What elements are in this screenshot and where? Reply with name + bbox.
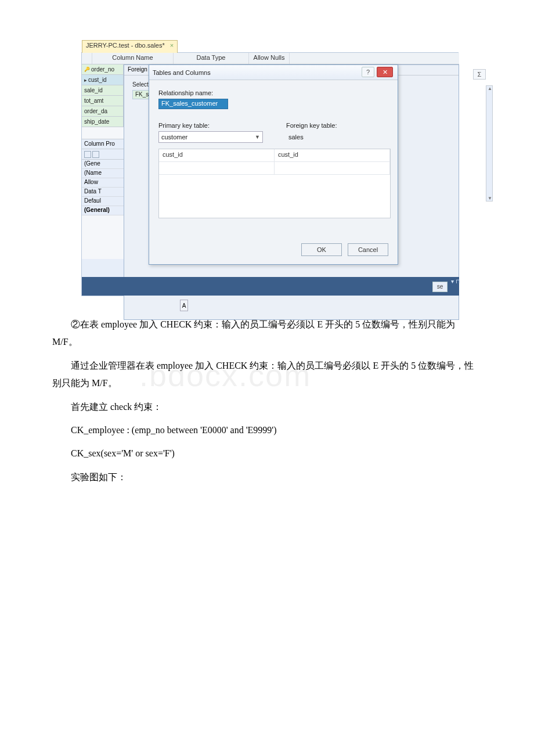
column-properties-title: Column Pro: [82, 139, 124, 149]
pin-icon[interactable]: ▾ ⊓: [451, 278, 460, 285]
table-row[interactable]: [159, 162, 390, 175]
paragraph: CK_employee : (emp_no between 'E0000' an…: [52, 422, 482, 439]
prop-row: Defaul: [82, 197, 124, 206]
table-row[interactable]: tot_amt: [82, 96, 124, 106]
alphabetical-icon[interactable]: [92, 151, 99, 158]
paragraph: 首先建立 check 约束：: [52, 398, 482, 416]
pk-table-value: customer: [161, 134, 187, 141]
pk-column-cell[interactable]: cust_id: [159, 149, 275, 161]
dialog-title: Tables and Columns: [153, 69, 211, 76]
help-icon[interactable]: ?: [362, 67, 374, 77]
tables-and-columns-dialog: Tables and Columns ? ✕ Relationship name…: [149, 64, 398, 265]
fk-column-cell[interactable]: [275, 162, 390, 174]
table-row[interactable]: sale_id: [82, 85, 124, 96]
close-icon[interactable]: ✕: [377, 67, 393, 77]
sigma-icon[interactable]: Σ: [473, 69, 486, 80]
table-row[interactable]: order_da: [82, 106, 124, 117]
prop-row: (Gene: [82, 160, 124, 169]
prop-row: Data T: [82, 188, 124, 197]
fk-table-value: sales: [286, 131, 391, 143]
table-row[interactable]: ship_date: [82, 117, 124, 127]
fk-table-label: Foreign key table:: [286, 122, 391, 129]
column-rows: order_no cust_id sale_id tot_amt order_d…: [82, 64, 124, 127]
table-row[interactable]: cust_id cust_id: [159, 149, 390, 162]
data-type-header: Data Type: [174, 53, 249, 64]
prop-row: (Name: [82, 169, 124, 178]
close-icon[interactable]: ×: [170, 42, 174, 49]
scrollbar[interactable]: [486, 85, 493, 201]
tab-title: JERRY-PC.test - dbo.sales*: [86, 42, 165, 49]
table-row[interactable]: cust_id: [82, 75, 124, 85]
relationship-name-label: Relationship name:: [158, 89, 388, 96]
status-fragment: se: [432, 282, 448, 292]
prop-row: (General): [82, 206, 124, 215]
dialog-title-bar: Tables and Columns ? ✕: [149, 65, 398, 80]
properties-toolbar: [82, 149, 124, 160]
fk-column-cell[interactable]: cust_id: [275, 149, 390, 161]
prop-row: Allow: [82, 178, 124, 188]
status-bar: se ▾ ⊓: [82, 277, 459, 296]
pk-table-label: Primary key table:: [158, 122, 263, 129]
document-tab[interactable]: JERRY-PC.test - dbo.sales* ×: [82, 40, 178, 53]
allow-nulls-header: Allow Nulls: [249, 53, 290, 64]
relationship-name-input[interactable]: FK_sales_customer: [158, 99, 228, 109]
pk-table-select[interactable]: customer ▼: [158, 131, 263, 143]
ok-button[interactable]: OK: [301, 243, 342, 256]
ssms-screenshot: JERRY-PC.test - dbo.sales* × Column Name…: [81, 52, 459, 296]
table-row[interactable]: order_no: [82, 64, 124, 75]
cancel-button[interactable]: Cancel: [348, 243, 388, 256]
paragraph: ②在表 employee 加入 CHECK 约束：输入的员工编号必须以 E 开头…: [52, 316, 482, 351]
chevron-down-icon: ▼: [255, 134, 260, 140]
columns-grid[interactable]: cust_id cust_id: [158, 149, 391, 218]
row-selector-header: [82, 53, 92, 64]
grid-header: Column Name Data Type Allow Nulls: [82, 53, 459, 64]
paragraph: CK_sex(sex='M' or sex='F'): [52, 445, 482, 462]
paragraph: 通过企业管理器在表 employee 加入 CHECK 约束：输入的员工编号必须…: [52, 357, 482, 393]
categorized-icon[interactable]: [84, 151, 91, 158]
add-button[interactable]: A: [180, 300, 188, 311]
pk-column-cell[interactable]: [159, 162, 275, 174]
col-name-header: Column Name: [92, 53, 174, 64]
document-body: ②在表 employee 加入 CHECK 约束：输入的员工编号必须以 E 开头…: [0, 296, 534, 486]
paragraph: 实验图如下：: [52, 469, 482, 486]
column-properties-panel: Column Pro (Gene (Name Allow Data T Defa…: [82, 139, 124, 215]
